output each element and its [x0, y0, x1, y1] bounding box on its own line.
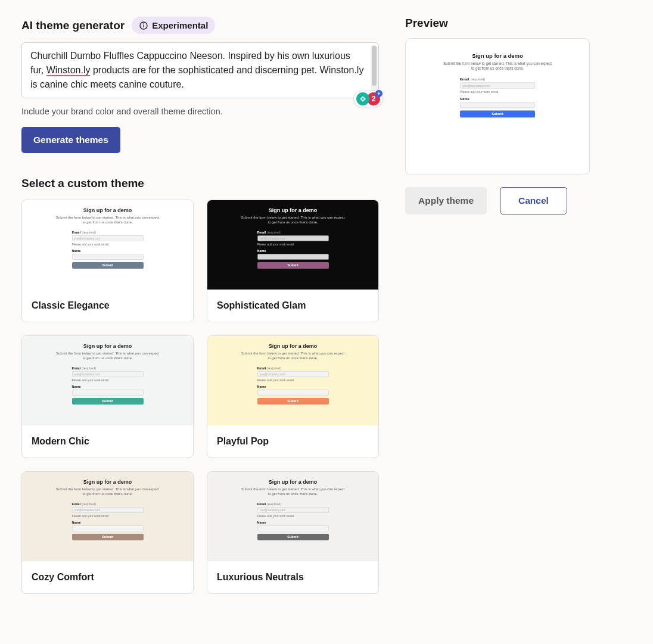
mini-email-label: Email	[257, 231, 266, 234]
prompt-text: Churchill Dumbo Fluffles Cappuccino Nees…	[30, 49, 364, 92]
mini-email-hint: Please add your work email.	[257, 242, 329, 246]
mini-submit-button: Submit	[460, 110, 535, 117]
mini-required: (required)	[470, 77, 485, 81]
theme-preview: Sign up for a demo Submit the form below…	[207, 472, 378, 561]
mini-email-label: Email	[257, 502, 266, 506]
grammar-pill[interactable]: 2 +	[353, 91, 383, 107]
mini-name-label: Name	[257, 385, 266, 388]
mini-email-input: you@company.com	[257, 507, 329, 513]
theme-name: Modern Chic	[22, 425, 193, 458]
prompt-textarea[interactable]: Churchill Dumbo Fluffles Cappuccino Nees…	[21, 42, 379, 98]
mini-email-label: Email	[72, 231, 81, 234]
select-theme-title: Select a custom theme	[21, 177, 379, 190]
mini-email-input: you@company.com	[72, 507, 144, 513]
mini-subtitle: Submit the form below to get started. Th…	[39, 351, 176, 361]
check-icon	[356, 92, 369, 105]
mini-title: Sign up for a demo	[39, 479, 176, 485]
theme-preview: Sign up for a demo Submit the form below…	[22, 336, 193, 425]
mini-email-input: you@company.com	[257, 235, 329, 241]
theme-card[interactable]: Sign up for a demo Submit the form below…	[21, 471, 194, 594]
mini-title: Sign up for a demo	[39, 343, 176, 349]
theme-card[interactable]: Sign up for a demo Submit the form below…	[21, 200, 194, 322]
spellcheck-underline: Winston.ly	[46, 65, 91, 76]
mini-email-label: Email	[72, 366, 81, 370]
mini-name-input	[72, 525, 144, 531]
mini-name-label: Name	[257, 249, 266, 253]
mini-title: Sign up for a demo	[39, 207, 176, 213]
scrollbar[interactable]	[371, 45, 378, 96]
mini-email-label: Email	[257, 366, 266, 370]
mini-subtitle: Submit the form below to get started. Th…	[39, 216, 176, 225]
mini-name-input	[257, 390, 329, 396]
mini-required: (required)	[267, 366, 281, 370]
mini-required: (required)	[82, 231, 96, 234]
theme-preview: Sign up for a demo Submit the form below…	[22, 472, 193, 561]
mini-email-label: Email	[460, 77, 469, 81]
mini-name-input	[72, 390, 144, 396]
mini-email-input: you@company.com	[72, 235, 144, 241]
mini-title: Sign up for a demo	[425, 53, 570, 60]
mini-name-label: Name	[72, 521, 81, 524]
mini-name-label: Name	[257, 521, 266, 524]
badge-label: Experimental	[152, 20, 208, 30]
plus-icon: +	[375, 90, 383, 97]
preview-panel: Sign up for a demo Submit the form below…	[405, 38, 590, 175]
theme-name: Cozy Comfort	[22, 561, 193, 593]
mini-submit-button: Submit	[257, 398, 329, 405]
info-icon	[139, 21, 148, 30]
mini-name-label: Name	[460, 97, 469, 100]
theme-card[interactable]: Sign up for a demo Submit the form below…	[21, 335, 194, 458]
mini-name-input	[257, 525, 329, 531]
mini-submit-button: Submit	[72, 262, 144, 269]
mini-email-hint: Please add your work email.	[257, 378, 329, 382]
theme-card[interactable]: Sign up for a demo Submit the form below…	[207, 335, 379, 458]
prompt-hint: Include your brand color and overall the…	[21, 107, 379, 116]
mini-subtitle: Submit the form below to get started. Th…	[425, 62, 570, 71]
experimental-badge: Experimental	[132, 17, 215, 34]
mini-email-hint: Please add your work email.	[460, 90, 535, 94]
mini-subtitle: Submit the form below to get started. Th…	[225, 487, 362, 497]
theme-name: Sophisticated Glam	[207, 290, 378, 322]
mini-subtitle: Submit the form below to get started. Th…	[39, 487, 176, 497]
mini-name-input	[257, 254, 329, 260]
theme-name: Playful Pop	[207, 425, 378, 458]
mini-required: (required)	[82, 366, 96, 370]
apply-theme-button[interactable]: Apply theme	[405, 187, 487, 214]
generate-themes-button[interactable]: Generate themes	[21, 127, 120, 153]
theme-name: Luxurious Neutrals	[207, 561, 378, 593]
mini-submit-button: Submit	[257, 262, 329, 269]
svg-point-3	[362, 98, 365, 101]
mini-title: Sign up for a demo	[225, 343, 362, 349]
cancel-button[interactable]: Cancel	[500, 187, 567, 214]
mini-email-hint: Please add your work email.	[72, 378, 144, 382]
mini-submit-button: Submit	[72, 534, 144, 540]
page-title: AI theme generator	[21, 19, 125, 32]
mini-email-input: you@company.com	[460, 82, 535, 89]
mini-subtitle: Submit the form below to get started. Th…	[225, 216, 362, 225]
mini-name-label: Name	[72, 385, 81, 388]
mini-email-hint: Please add your work email.	[72, 514, 144, 518]
theme-preview: Sign up for a demo Submit the form below…	[415, 46, 580, 114]
mini-title: Sign up for a demo	[225, 207, 362, 213]
mini-required: (required)	[267, 502, 281, 506]
mini-email-hint: Please add your work email.	[72, 242, 144, 246]
theme-preview: Sign up for a demo Submit the form below…	[22, 200, 193, 290]
mini-name-input	[460, 101, 535, 108]
theme-preview: Sign up for a demo Submit the form below…	[207, 200, 378, 290]
mini-required: (required)	[82, 502, 96, 506]
mini-submit-button: Submit	[72, 398, 144, 405]
preview-title: Preview	[405, 17, 590, 30]
theme-preview: Sign up for a demo Submit the form below…	[207, 336, 378, 425]
mini-name-label: Name	[72, 249, 81, 253]
mini-email-input: you@company.com	[72, 371, 144, 377]
theme-name: Classic Elegance	[22, 290, 193, 322]
svg-point-2	[144, 24, 144, 24]
mini-email-hint: Please add your work email.	[257, 514, 329, 518]
mini-subtitle: Submit the form below to get started. Th…	[225, 351, 362, 361]
mini-required: (required)	[267, 231, 281, 234]
mini-submit-button: Submit	[257, 534, 329, 540]
mini-title: Sign up for a demo	[225, 479, 362, 485]
theme-card[interactable]: Sign up for a demo Submit the form below…	[207, 200, 379, 322]
theme-card[interactable]: Sign up for a demo Submit the form below…	[207, 471, 379, 594]
mini-email-input: you@company.com	[257, 371, 329, 377]
